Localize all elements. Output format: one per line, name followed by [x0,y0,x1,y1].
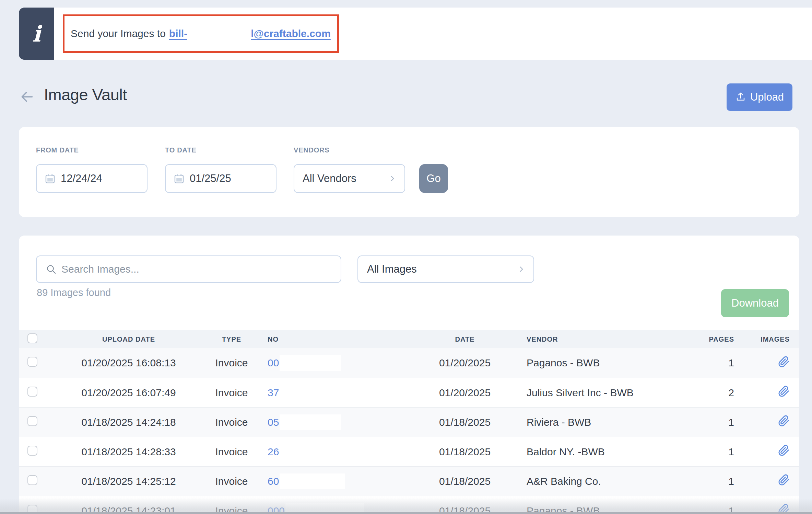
paperclip-icon[interactable] [778,356,790,368]
page-header: Image Vault Upload [0,82,812,113]
table-row: 01/20/2025 16:08:13 Invoice 00 01/20/202… [19,348,799,378]
row-checkbox[interactable] [27,387,37,397]
info-banner: i Send your Images to bill- l@craftable.… [0,8,812,60]
vendor-cell: Baldor NY. -BWB [511,446,696,458]
redaction-overlay [280,355,341,371]
go-button[interactable]: Go [419,164,448,193]
redaction-overlay [280,473,345,489]
date-cell: 01/18/2025 [419,476,511,487]
vendor-cell: Julius Silvert Inc - BWB [511,387,696,399]
paperclip-icon[interactable] [778,474,790,486]
info-icon-glyph: i [32,21,40,47]
date-cell: 01/18/2025 [419,416,511,428]
col-date: DATE [419,335,511,343]
download-button[interactable]: Download [721,289,789,317]
invoice-number-link[interactable]: 37 [268,387,279,399]
upload-date-cell: 01/18/2025 14:28:33 [55,446,202,458]
col-images: IMAGES [734,335,799,343]
type-cell: Invoice [202,387,261,399]
no-cell: 37 [261,385,419,401]
email-prefix[interactable]: bill- [169,28,187,39]
vendors-label: VENDORS [294,146,330,154]
row-checkbox[interactable] [27,416,37,426]
type-cell: Invoice [202,505,261,514]
calendar-icon [173,173,185,184]
upload-date-cell: 01/20/2025 16:08:13 [55,357,202,369]
col-no: NO [261,335,419,343]
pages-cell: 2 [696,387,734,399]
email-domain[interactable]: l@craftable.com [251,28,331,39]
type-cell: Invoice [202,357,261,369]
upload-date-cell: 01/18/2025 14:24:18 [55,416,202,428]
images-cell [734,445,799,459]
back-button[interactable] [20,89,35,104]
pages-cell: 1 [696,357,734,369]
invoice-number-link[interactable]: 26 [268,446,279,458]
to-date-value: 01/25/25 [190,172,231,185]
chevron-right-icon [388,174,397,183]
vendor-cell: Paganos - BWB [511,357,696,369]
invoice-number-link[interactable]: 000 [268,505,285,514]
results-count: 89 Images found [37,287,111,298]
type-cell: Invoice [202,476,261,487]
col-pages: PAGES [696,335,734,343]
redaction-overlay [285,503,364,514]
invoice-number-link[interactable]: 60 [268,476,279,487]
back-arrow-icon [20,89,35,104]
pages-cell: 1 [696,505,734,514]
images-filter-select[interactable]: All Images [357,255,534,283]
upload-button-label: Upload [750,91,784,103]
to-date-input[interactable]: 01/25/25 [165,164,276,193]
date-cell: 01/20/2025 [419,387,511,399]
upload-email-link[interactable]: bill- l@craftable.com [169,27,331,41]
redaction-overlay [280,385,341,401]
images-cell [734,474,799,488]
search-input[interactable] [61,263,322,275]
paperclip-icon[interactable] [778,445,790,456]
banner-message: Send your Images to [71,28,166,39]
from-date-label: FROM DATE [36,146,79,154]
upload-button[interactable]: Upload [727,83,792,111]
row-checkbox[interactable] [27,505,37,514]
images-cell [734,504,799,514]
images-cell [734,386,799,400]
table-body: 01/20/2025 16:08:13 Invoice 00 01/20/202… [19,348,799,514]
vendor-cell: A&R Baking Co. [511,476,696,487]
col-upload-date: UPLOAD DATE [55,335,202,343]
images-filter-value: All Images [367,263,417,275]
upload-date-cell: 01/18/2025 14:23:01 [55,505,202,514]
invoice-number-link[interactable]: 05 [268,416,279,428]
paperclip-icon[interactable] [778,415,790,427]
no-cell: 26 [261,444,419,460]
calendar-icon [44,173,56,184]
col-type: TYPE [202,335,261,343]
images-cell [734,356,799,370]
date-cell: 01/18/2025 [419,446,511,458]
select-all-checkbox[interactable] [27,333,37,343]
images-table: UPLOAD DATE TYPE NO DATE VENDOR PAGES IM… [19,330,799,514]
from-date-input[interactable]: 12/24/24 [36,164,148,193]
table-row: 01/18/2025 14:23:01 Invoice 000 01/18/20… [19,496,799,514]
vendors-select[interactable]: All Vendors [294,164,405,193]
upload-icon [735,92,746,103]
no-cell: 60 [261,473,419,489]
redaction-overlay [280,444,338,460]
email-redaction [187,27,251,41]
row-checkbox[interactable] [27,475,37,485]
row-checkbox[interactable] [27,446,37,456]
pages-cell: 1 [696,476,734,487]
table-row: 01/18/2025 14:25:12 Invoice 60 01/18/202… [19,466,799,496]
row-checkbox[interactable] [27,357,37,367]
invoice-number-link[interactable]: 00 [268,357,279,369]
paperclip-icon[interactable] [778,504,790,514]
search-box [36,255,341,283]
date-cell: 01/20/2025 [419,357,511,369]
chevron-right-icon [517,265,526,274]
date-cell: 01/18/2025 [419,505,511,514]
from-date-value: 12/24/24 [61,172,102,185]
page-title: Image Vault [44,85,127,104]
no-cell: 000 [261,503,419,514]
info-icon: i [19,8,54,60]
paperclip-icon[interactable] [778,386,790,397]
no-cell: 00 [261,355,419,371]
